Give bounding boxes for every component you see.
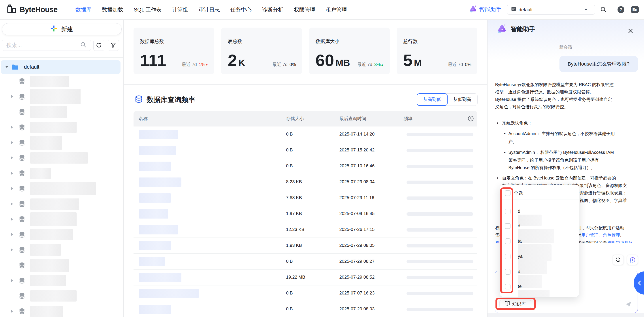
- topbar: ByteHouse 数据库数据加载SQL 工作表计算组审计日志任务中心诊断分析权…: [0, 0, 644, 20]
- tree-node[interactable]: [0, 120, 124, 135]
- frequency-bar: [406, 165, 474, 168]
- tree-node-label: default: [24, 64, 40, 70]
- stat-card-trend: 最近 7d1%▼: [182, 62, 208, 68]
- nav-item-租户管理[interactable]: 租户管理: [326, 6, 347, 13]
- stat-card-trend: 最近 7d0%: [272, 62, 296, 68]
- tree-node[interactable]: [0, 181, 124, 196]
- nav-item-数据加载[interactable]: 数据加载: [102, 6, 123, 13]
- sidebar-search-input[interactable]: [6, 42, 80, 48]
- caret-right-icon[interactable]: [11, 279, 13, 282]
- table-row[interactable]: 1.97 KB2025-07-09 16:45: [134, 206, 478, 222]
- caret-down-icon[interactable]: [5, 66, 8, 68]
- filter-button[interactable]: [108, 40, 119, 51]
- tree-node[interactable]: [0, 227, 124, 242]
- table-row[interactable]: 0 B2025-07-15 20:42: [134, 142, 478, 158]
- redacted-name: [139, 305, 171, 314]
- database-icon: [19, 201, 25, 208]
- assistant-nav-button[interactable]: 智能助手: [470, 0, 502, 19]
- redacted-name: [139, 130, 178, 139]
- redacted-name: [518, 290, 550, 297]
- tree-node[interactable]: [0, 273, 124, 288]
- tree-node[interactable]: [0, 288, 124, 304]
- assistant-text-line: 自定义角色：在 ByteHouse 云数仓内部创建，可授予必要的: [502, 175, 616, 180]
- nav-item-SQL 工作表[interactable]: SQL 工作表: [134, 6, 162, 13]
- new-button[interactable]: 新建: [2, 23, 122, 35]
- caret-right-icon[interactable]: [11, 156, 13, 160]
- search-icon[interactable]: [600, 0, 607, 19]
- tree-node[interactable]: [0, 258, 124, 273]
- annotation-kb-button: [496, 298, 536, 310]
- doc-link[interactable]: 用户管理: [581, 233, 598, 238]
- nav-item-数据库[interactable]: 数据库: [76, 6, 91, 13]
- tree-node[interactable]: [0, 150, 124, 166]
- frequency-bar: [406, 180, 474, 184]
- tree-node-default[interactable]: default: [1, 60, 120, 74]
- caret-right-icon[interactable]: [11, 310, 13, 313]
- caret-right-icon[interactable]: [11, 95, 13, 98]
- table-row[interactable]: 0 B2025-07-07 16:23: [134, 286, 478, 301]
- sort-desc-button[interactable]: 从高到低: [417, 94, 448, 106]
- caret-right-icon[interactable]: [11, 187, 13, 190]
- table-row[interactable]: 0 B2025-07-10 16:46: [134, 158, 478, 174]
- caret-right-icon[interactable]: [11, 141, 13, 144]
- language-badge[interactable]: En: [631, 0, 639, 19]
- tree-node[interactable]: [0, 196, 124, 212]
- nav-item-诊断分析[interactable]: 诊断分析: [262, 6, 284, 13]
- history-button[interactable]: [613, 255, 624, 265]
- stat-card-trend-pct: 0%: [465, 62, 472, 67]
- sidebar-search[interactable]: [2, 40, 91, 51]
- nav-item-审计日志[interactable]: 审计日志: [199, 6, 220, 13]
- caret-right-icon[interactable]: [11, 233, 13, 236]
- item-label: ya: [518, 254, 522, 259]
- caret-right-icon[interactable]: [11, 218, 13, 221]
- tree-node[interactable]: [0, 242, 124, 258]
- doc-link[interactable]: 角色管理: [603, 233, 620, 238]
- database-icon: [19, 186, 25, 193]
- redacted-name: [518, 214, 542, 226]
- tree-node[interactable]: [0, 89, 124, 104]
- caret-right-icon[interactable]: [11, 126, 13, 129]
- table-row[interactable]: 0 B2025-07-29 08:27: [134, 254, 478, 270]
- table-row[interactable]: 19.22 MB2025-07-29 08:52: [134, 270, 478, 286]
- nav-item-任务中心[interactable]: 任务中心: [230, 6, 252, 13]
- chevron-down-icon: [584, 8, 588, 10]
- cell-size: 7.88 KB: [286, 195, 302, 200]
- table-row[interactable]: 12.23 KB2025-07-26 17:15: [134, 222, 478, 238]
- new-chat-button[interactable]: [627, 255, 638, 265]
- tree-node[interactable]: [0, 166, 124, 181]
- nav-item-计算组[interactable]: 计算组: [172, 6, 188, 13]
- item-label: d: [518, 269, 520, 274]
- workspace-select[interactable]: default: [507, 5, 595, 14]
- table-row[interactable]: 0 B2025-07-14 14:20: [134, 126, 478, 142]
- cell-size: 8.23 KB: [286, 179, 302, 184]
- tree-node[interactable]: [0, 74, 124, 89]
- doc-link[interactable]: 权限管控具体: [607, 240, 633, 243]
- table-header: 名称 存储大小 最后查询时间 频率: [134, 111, 478, 127]
- logo-text: ByteHouse: [20, 5, 58, 14]
- redacted-name: [30, 229, 72, 240]
- table-row[interactable]: 0 B2025-07-29 08:03: [134, 301, 478, 317]
- frequency-bar: [406, 228, 474, 232]
- logo[interactable]: ByteHouse: [6, 0, 58, 19]
- table-row[interactable]: 8.23 KB2025-07-29 08:04: [134, 174, 478, 190]
- stat-card-title: 总行数: [403, 38, 472, 44]
- cell-time: 2025-07-29 08:05: [340, 243, 375, 248]
- send-icon[interactable]: [625, 301, 632, 309]
- caret-right-icon[interactable]: [11, 172, 13, 175]
- nav-item-权限管理[interactable]: 权限管理: [294, 6, 315, 13]
- tree-node[interactable]: [0, 104, 124, 120]
- logo-icon: [6, 4, 16, 16]
- clock-icon[interactable]: [468, 115, 474, 123]
- tree-node[interactable]: [0, 304, 124, 317]
- caret-right-icon[interactable]: [11, 202, 13, 206]
- help-icon[interactable]: ?: [618, 0, 624, 19]
- sort-asc-button[interactable]: 从低到高: [447, 94, 477, 106]
- table-row[interactable]: 1.93 KB2025-07-29 08:05: [134, 238, 478, 254]
- caret-right-icon[interactable]: [11, 248, 13, 252]
- refresh-button[interactable]: [93, 40, 104, 51]
- tree-node[interactable]: [0, 212, 124, 227]
- table-row[interactable]: 7.88 KB2025-07-29 11:16: [134, 190, 478, 206]
- cell-time: 2025-07-29 08:04: [340, 179, 375, 184]
- tree-node[interactable]: [0, 135, 124, 150]
- redacted-name: [139, 241, 171, 250]
